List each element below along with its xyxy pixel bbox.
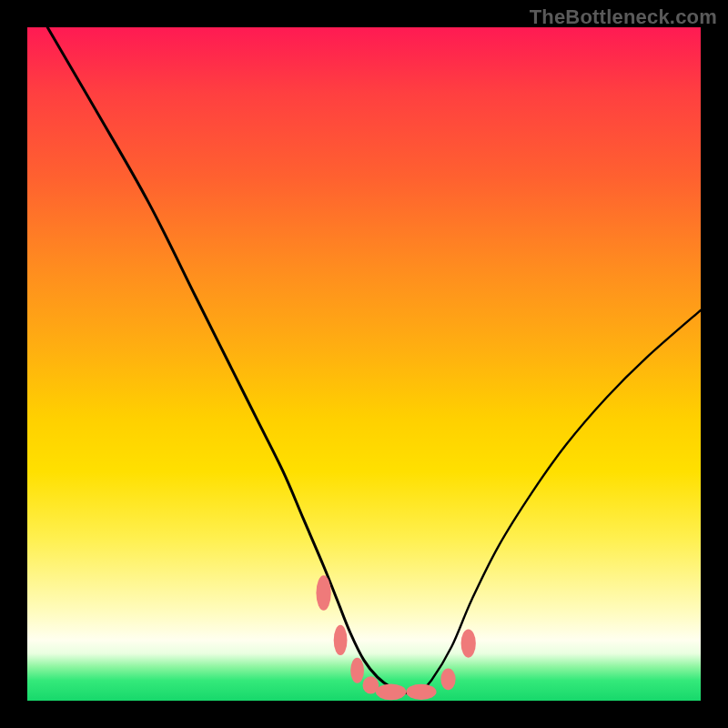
highlight-marker <box>376 684 406 701</box>
plot-area <box>27 27 701 701</box>
highlight-marker <box>316 575 330 610</box>
marker-group <box>316 575 475 700</box>
chart-svg <box>27 27 701 701</box>
highlight-marker <box>350 658 364 683</box>
highlight-marker <box>334 625 348 655</box>
highlight-marker <box>440 668 455 690</box>
right-curve <box>418 310 701 694</box>
highlight-marker <box>461 630 476 658</box>
left-curve <box>47 27 418 694</box>
watermark-text: TheBottleneck.com <box>530 5 717 29</box>
chart-frame: TheBottleneck.com <box>0 0 728 728</box>
highlight-marker <box>406 684 436 700</box>
